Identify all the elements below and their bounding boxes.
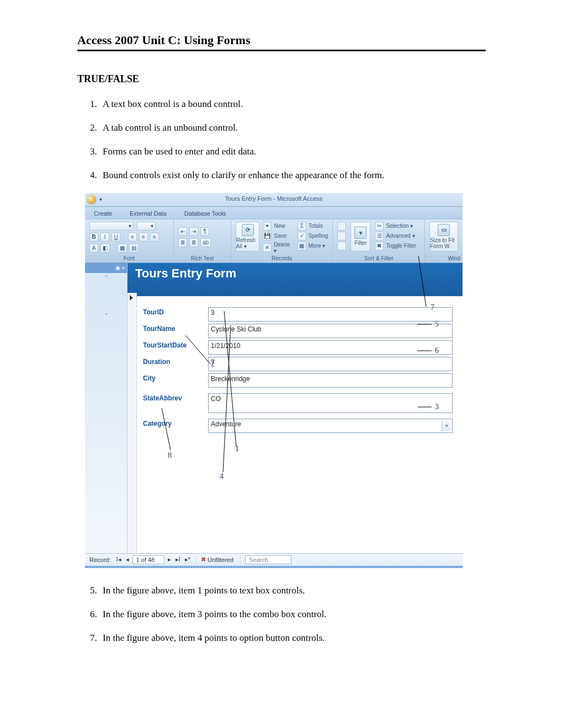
selection-icon: ✂ [375,222,384,231]
callout-number: 2 [211,360,215,368]
recnav-prev-button[interactable]: ◂ [125,556,130,563]
delete-record-button[interactable]: ✕Delete ▾ [263,242,294,254]
current-record-icon [130,295,133,301]
align-center-button[interactable]: ≡ [139,233,148,242]
textbox-tourid[interactable]: 3 [208,307,453,322]
new-record-button[interactable]: ✦New [263,222,294,231]
sort-asc-button[interactable] [337,222,346,231]
totals-button[interactable]: ΣTotals [298,222,328,231]
recnav-next-button[interactable]: ▸ [167,556,172,563]
align-right-button[interactable]: ≡ [150,233,159,242]
question-list-top: A text box control is a bound control. A… [77,98,486,182]
refresh-all-button[interactable]: ⟳ Refresh All ▾ [236,222,260,251]
ribbon-group-records: ⟳ Refresh All ▾ ✦New 💾Save ✕Delete ▾ ΣTo… [231,220,333,263]
fill-color-button[interactable]: ◧ [100,244,110,253]
navpane-collapse-icon[interactable]: ⌃ [85,312,127,319]
spelling-button[interactable]: ✓Spelling [298,232,328,240]
filter-button[interactable]: ▼ Filter [350,222,370,251]
more-icon: ▦ [298,242,306,250]
callout-number: 6 [435,346,439,355]
more-button[interactable]: ▦More ▾ [298,242,328,250]
navpane-header[interactable]: ◉ « [85,263,127,273]
ribbon-group-label: Records [231,255,333,261]
recnav-last-button[interactable]: ▸I [174,556,182,563]
ribbon-group-label: Wind [425,255,463,261]
ribbon-tabs: Create External Data Database Tools [85,207,463,219]
bold-button[interactable]: B [89,233,98,242]
font-name-combo[interactable]: ▾ [89,222,134,231]
question-item: Forms can be used to enter and edit data… [99,146,486,158]
size-to-fit-button[interactable]: ▭ Size to Fit Form W [429,222,458,251]
access-screenshot: ▾ Tours Entry Form - Microsoft Access Cr… [85,193,463,568]
increase-indent-button[interactable]: ⇥ [189,227,198,236]
spelling-icon: ✓ [298,232,306,240]
combobox-category[interactable]: Adventure ▾ [208,419,453,433]
ltr-button[interactable]: ¶ [200,227,209,236]
textbox-city[interactable]: Breckenridge [208,373,453,388]
advanced-icon: ☰ [375,232,384,240]
refresh-icon: ⟳ [242,224,254,236]
form-area: Tours Entry Form TourID 3 TourName Cyclo… [128,263,463,553]
question-item: A text box control is a bound control. [99,98,486,111]
combobox-category-value: Adventure [211,420,241,428]
figure-wrap: ▾ Tours Entry Form - Microsoft Access Cr… [85,193,486,568]
field-label-stateabbrev: StateAbbrev [143,393,208,402]
clear-sort-button[interactable] [337,242,346,250]
question-item: In the figure above, item 3 points to th… [99,608,486,621]
work-area: ◉ « ⌃ ⌃ Tours Entry Form TourID 3 [85,263,463,553]
form-fields: TourID 3 TourName Cyclone Ski Club TourS… [143,307,453,435]
textbox-stateabbrev[interactable]: CO [208,393,453,413]
recnav-filter-status[interactable]: ✖ Unfiltered [196,556,233,563]
save-record-button[interactable]: 💾Save [263,232,294,240]
recnav-first-button[interactable]: I◂ [115,556,123,563]
form-title: Tours Entry Form [128,263,463,296]
font-size-combo[interactable]: ▾ [137,222,156,231]
question-item: Bound controls exist only to clarify or … [99,169,486,182]
navigation-pane[interactable]: ◉ « ⌃ ⌃ [85,263,128,553]
bullets-button[interactable]: ≣ [178,238,187,247]
recnav-search-input[interactable]: Search [245,555,291,564]
chevron-down-icon[interactable]: ▾ [442,420,451,431]
tab-create[interactable]: Create [88,208,118,219]
italic-button[interactable]: I [100,233,109,242]
question-item: In the figure above, item 4 points to op… [99,632,486,645]
textbox-tourname[interactable]: Cyclone Ski Club [208,324,453,338]
recnav-position[interactable]: 1 of 48 [132,555,164,564]
sigma-icon: Σ [298,222,306,231]
align-left-button[interactable]: ≡ [128,233,137,242]
tab-database-tools[interactable]: Database Tools [179,208,232,219]
tab-external-data[interactable]: External Data [124,208,172,219]
textbox-tourstartdate[interactable]: 1/21/2010 [208,340,453,355]
ribbon: ▾ ▾ B I U ≡ ≡ ≡ A [85,219,463,263]
new-icon: ✦ [263,222,272,231]
window-titlebar: ▾ Tours Entry Form - Microsoft Access [85,193,463,207]
highlight-button[interactable]: ab [200,238,211,247]
ribbon-group-richtext: ⇤ ⇥ ¶ ≣ ≣ ab Rich Text [174,220,231,263]
question-item: In the figure above, item 1 points to te… [99,585,486,597]
page-title: Access 2007 Unit C: Using Forms [77,33,486,47]
recnav-label: Record: [89,556,111,563]
ribbon-group-font: ▾ ▾ B I U ≡ ≡ ≡ A [85,220,174,263]
field-label-category: Category [143,419,208,427]
underline-button[interactable]: U [111,233,120,242]
textbox-duration[interactable]: 7 [208,357,453,371]
field-label-tourstartdate: TourStartDate [143,340,208,349]
office-orb-icon[interactable] [87,195,96,204]
advanced-button[interactable]: ☰Advanced ▾ [375,232,416,240]
selection-button[interactable]: ✂Selection ▾ [375,222,416,231]
gridlines-button[interactable]: ▦ [118,244,127,253]
numbering-button[interactable]: ≣ [189,238,198,247]
callout-number: 1 [235,445,239,453]
alt-fill-button[interactable]: ▤ [129,244,139,253]
record-selector[interactable] [128,293,137,553]
decrease-indent-button[interactable]: ⇤ [178,227,187,236]
recnav-search: Search [240,555,291,564]
recnav-new-button[interactable]: ▸* [184,556,192,563]
navpane-collapse-icon[interactable]: ⌃ [85,274,127,281]
ribbon-group-label: Rich Text [174,255,231,261]
font-color-button[interactable]: A [89,244,98,253]
window-title: Tours Entry Form - Microsoft Access [85,195,463,202]
qat-customize-icon[interactable]: ▾ [99,196,105,202]
sort-desc-button[interactable] [337,232,346,240]
toggle-filter-button[interactable]: ✖Toggle Filter [375,242,416,250]
